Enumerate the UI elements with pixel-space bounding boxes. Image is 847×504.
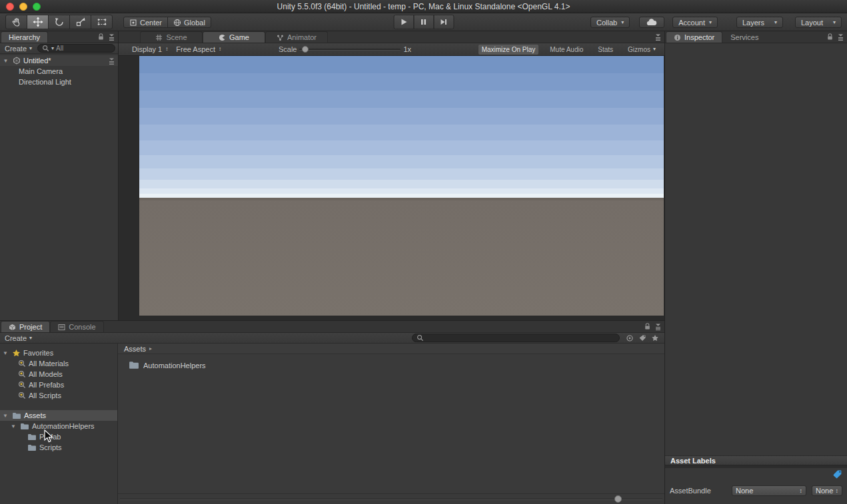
tab-project[interactable]: Project [1,321,50,332]
rect-tool-button[interactable] [91,15,113,29]
hierarchy-toolbar: Create ▾ ▾ All [0,43,118,54]
project-create-dropdown[interactable]: Create ▾ [3,334,34,342]
stats-toggle[interactable]: Stats [594,45,616,55]
hierarchy-item-main-camera[interactable]: Main Camera [0,66,118,77]
rotate-tool-button[interactable] [48,15,70,29]
layout-dropdown[interactable]: Layout ▾ [795,17,842,28]
tree-folder-label: AutomationHelpers [32,422,95,430]
favorite-all-materials[interactable]: All Materials [0,358,117,369]
tree-folder-scripts[interactable]: Scripts [0,442,117,453]
favorite-all-scripts[interactable]: All Scripts [0,390,117,401]
step-button[interactable] [433,15,454,29]
project-search-input[interactable] [412,334,620,342]
pivot-mode-button[interactable]: Center [123,17,168,28]
pane-menu-icon[interactable] [837,33,844,41]
tab-game-label: Game [229,33,249,41]
gizmos-dropdown[interactable]: Gizmos ▾ [624,45,659,55]
hierarchy-item-label: Main Camera [19,67,63,75]
titlebar[interactable]: Unity 5.5.0f3 (64bit) - Untitled - temp … [0,0,847,13]
window-controls [6,3,41,11]
inspector-panel: Inspector Services Asset Labels AssetBun… [664,31,847,504]
pivot-mode-label: Center [140,19,162,27]
dropdown-arrow-icon: ▾ [29,336,32,341]
search-by-label-icon[interactable] [638,334,646,342]
asset-labels-tag-row [665,468,847,480]
favorite-label: All Models [29,370,63,378]
tab-hierarchy[interactable]: Hierarchy [1,31,48,43]
hierarchy-search-input[interactable]: ▾ All [37,44,115,53]
fullscreen-window-button[interactable] [33,3,41,11]
tree-folder-prefab[interactable]: Prefab [0,431,117,442]
asset-labels-title: Asset Labels [670,457,716,465]
aspect-dropdown[interactable]: Free Aspect ↕ [172,45,225,53]
scene-menu-icon[interactable] [108,57,115,65]
foldout-arrow-icon[interactable]: ▼ [1,350,9,356]
play-button[interactable] [393,15,414,29]
move-tool-button[interactable] [27,15,49,29]
hierarchy-item-directional-light[interactable]: Directional Light [0,77,118,87]
label-tag-button[interactable] [832,469,842,479]
favorites-label: Favorites [23,349,53,357]
folder-icon [27,433,37,441]
tree-folder-assets[interactable]: ▼ Assets [0,410,117,421]
hand-tool-button[interactable] [5,15,27,29]
tree-folder-label: Assets [24,411,46,419]
maximize-on-play-toggle[interactable]: Maximize On Play [478,45,539,55]
assetbundle-variant-dropdown[interactable]: None ↕ [812,485,842,496]
foldout-arrow-icon[interactable]: ▼ [1,413,9,419]
scene-row[interactable]: ▼ Untitled* [0,55,118,66]
scale-tool-button[interactable] [69,15,91,29]
lock-icon[interactable] [98,33,104,41]
layers-dropdown[interactable]: Layers ▾ [736,17,783,28]
tab-console[interactable]: Console [50,321,103,332]
close-window-button[interactable] [6,3,14,11]
breadcrumb-assets[interactable]: Assets [124,345,146,353]
tab-services[interactable]: Services [722,31,766,43]
collab-dropdown[interactable]: Collab ▾ [590,17,630,28]
assetbundle-dropdown[interactable]: None ↕ [732,485,806,496]
saved-search-star-icon[interactable] [651,334,659,342]
tab-game[interactable]: Game [203,31,265,43]
pane-menu-icon[interactable] [654,33,662,41]
asset-item-automationhelpers[interactable]: AutomationHelpers [129,361,206,370]
favorite-all-models[interactable]: All Models [0,369,117,379]
tab-inspector[interactable]: Inspector [666,31,722,43]
gizmos-label: Gizmos [628,46,650,53]
lock-icon[interactable] [827,33,833,41]
hierarchy-create-dropdown[interactable]: Create ▾ [3,45,34,53]
minimize-window-button[interactable] [19,3,27,11]
thumbnail-zoom-knob[interactable] [614,495,622,503]
asset-labels-header: Asset Labels [665,455,847,465]
account-dropdown[interactable]: Account ▾ [672,17,718,28]
project-content-area: Assets ▸ AutomationHelpers [118,344,664,504]
lock-icon[interactable] [644,323,650,330]
globe-icon [173,19,181,27]
search-by-type-icon[interactable] [626,334,634,342]
mute-audio-toggle[interactable]: Mute Audio [546,45,586,55]
scale-slider-knob[interactable] [302,46,309,53]
handle-rotation-button[interactable]: Global [167,17,211,28]
pane-menu-icon[interactable] [654,323,662,330]
step-icon [439,17,448,27]
cloud-services-button[interactable] [639,17,664,28]
tree-folder-automationhelpers[interactable]: ▼ AutomationHelpers [0,421,117,431]
thumbnail-zoom-slider[interactable] [120,499,662,500]
pane-menu-icon[interactable] [108,33,115,41]
favorites-row[interactable]: ▼ Favorites [0,348,117,358]
project-tabbar: Project Console [0,321,664,333]
pause-button[interactable] [413,15,434,29]
foldout-arrow-icon[interactable]: ▼ [1,58,10,64]
tab-animator[interactable]: Animator [265,31,328,43]
tab-scene[interactable]: Scene [140,31,203,43]
dropdown-arrow-icon: ▾ [774,20,777,25]
tree-folder-label: Scripts [39,443,62,451]
center-pivot-icon [129,19,137,27]
scale-slider[interactable] [299,49,401,51]
folder-icon [12,412,21,419]
favorite-all-prefabs[interactable]: All Prefabs [0,379,117,390]
favorite-label: All Scripts [29,391,61,399]
game-render[interactable] [139,56,664,316]
display-dropdown[interactable]: Display 1 ↕ [128,45,172,53]
foldout-arrow-icon[interactable]: ▼ [9,423,17,429]
mute-audio-label: Mute Audio [550,46,583,53]
